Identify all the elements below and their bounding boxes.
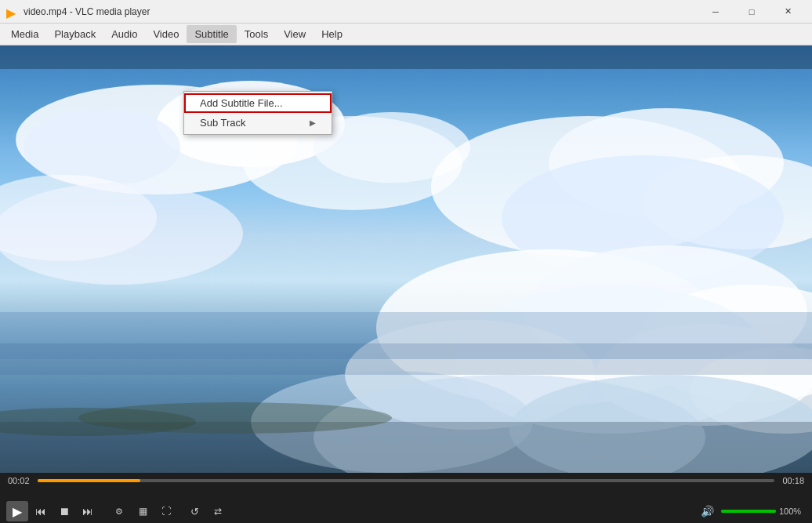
svg-point-13 [525,245,807,379]
playlist-button[interactable]: ▦ [132,501,154,521]
menu-video[interactable]: Video [145,25,187,43]
svg-point-17 [596,324,812,426]
window-controls: ─ □ ✕ [698,0,806,24]
svg-rect-25 [0,312,812,359]
dropdown-menu-container: Add Subtitle File... Sub Track ▶ [183,91,332,135]
progress-bar[interactable] [38,479,775,482]
play-button[interactable]: ▶ [6,501,28,521]
minimize-button[interactable]: ─ [698,0,734,24]
svg-point-21 [251,371,533,473]
svg-point-18 [690,347,812,434]
svg-rect-22 [0,422,812,473]
volume-percent: 100% [779,507,806,516]
menu-playback[interactable]: Playback [46,25,103,43]
svg-point-23 [78,402,392,434]
loop-button[interactable]: ↺ [183,501,205,521]
vlc-icon: ▶ [6,5,19,18]
svg-rect-26 [0,343,812,375]
svg-point-8 [431,116,745,257]
svg-point-14 [635,285,812,402]
close-button[interactable]: ✕ [770,0,806,24]
titlebar: ▶ video.mp4 - VLC media player ─ □ ✕ [0,0,812,24]
svg-point-16 [345,320,596,430]
svg-point-15 [455,285,768,434]
extended-button[interactable]: ⚙ [108,501,130,521]
menu-audio[interactable]: Audio [103,25,145,43]
controls-area: 00:02 00:18 ▶ ⏮ ⏹ ⏭ ⚙ ▦ ⛶ ↺ ⇄ 🔊 [0,473,812,523]
svg-point-11 [502,155,784,281]
menu-sub-track[interactable]: Sub Track ▶ [184,113,332,133]
prev-button[interactable]: ⏮ [30,501,52,521]
svg-point-6 [0,175,157,261]
sub-track-label: Sub Track [200,117,246,129]
volume-container: 🔊 100% [696,501,806,521]
subtitle-dropdown: Add Subtitle File... Sub Track ▶ [183,91,332,135]
sky-background [0,45,812,473]
add-subtitle-label: Add Subtitle File... [200,97,283,109]
video-area: Add Subtitle File... Sub Track ▶ [0,45,812,473]
sub-track-arrow: ▶ [310,118,316,127]
svg-rect-0 [0,45,812,69]
stop-button[interactable]: ⏹ [53,501,75,521]
menu-subtitle[interactable]: Subtitle [187,25,236,43]
volume-slider[interactable] [721,510,776,513]
svg-point-10 [643,155,812,249]
time-row: 00:02 00:18 [0,476,812,485]
svg-point-20 [509,375,812,473]
menubar: Media Playback Audio Video Subtitle Tool… [0,24,812,45]
svg-point-7 [0,183,243,285]
svg-point-3 [24,108,180,187]
menu-view[interactable]: View [276,25,314,43]
progress-fill [38,479,141,482]
menu-add-subtitle-file[interactable]: Add Subtitle File... [184,93,332,113]
svg-point-24 [0,408,196,436]
svg-point-9 [549,108,784,218]
buttons-row: ▶ ⏮ ⏹ ⏭ ⚙ ▦ ⛶ ↺ ⇄ 🔊 100% [0,501,812,521]
menu-help[interactable]: Help [314,25,350,43]
random-button[interactable]: ⇄ [207,501,229,521]
next-button[interactable]: ⏭ [77,501,99,521]
volume-icon[interactable]: 🔊 [696,501,718,521]
window-title: video.mp4 - VLC media player [24,6,698,17]
svg-point-19 [314,375,705,473]
volume-fill [721,510,776,513]
svg-point-5 [314,112,470,183]
time-total: 00:18 [782,476,804,485]
menu-tools[interactable]: Tools [237,25,276,43]
menu-media[interactable]: Media [3,25,46,43]
fullscreen-button[interactable]: ⛶ [155,501,177,521]
time-current: 00:02 [8,476,30,485]
svg-point-12 [376,249,721,406]
maximize-button[interactable]: □ [734,0,770,24]
